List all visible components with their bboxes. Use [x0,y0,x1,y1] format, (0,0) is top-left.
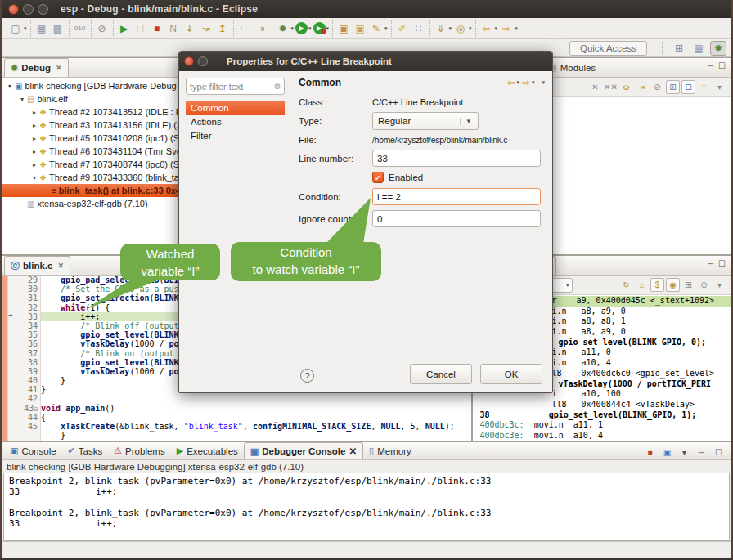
disable-icon[interactable]: ⊘ [650,80,664,94]
edit-group-icon[interactable]: ⛀ [619,80,633,94]
save-all-icon[interactable]: ▩ [51,21,65,36]
search-icon[interactable]: ✎ [369,21,384,36]
close-icon[interactable]: ✕ [57,262,64,270]
type-dropdown[interactable]: Regular ▼ [372,112,479,130]
dialog-close-button[interactable] [184,56,194,66]
ignore-count-input[interactable]: 0 [372,210,541,227]
chevron-down-icon[interactable]: ▾ [326,25,330,32]
new-folder-icon[interactable]: ▣ [336,21,351,36]
chevron-down-icon[interactable]: ▾ [308,25,312,32]
tab-problems[interactable]: ⚠Problems [108,442,170,459]
import-icon[interactable]: ⇥ [635,80,649,94]
new-wizard-icon[interactable]: ▢ [8,21,23,36]
collapsed-icon[interactable]: ▸ [30,148,38,155]
breakpoint-ruler[interactable]: ➜ [8,276,20,441]
step-over-icon[interactable]: ↝ [199,21,214,36]
chevron-down-icon[interactable]: ▾ [516,79,519,86]
skip-all-breakpoints-icon[interactable]: ⊘ [95,21,110,36]
chevron-down-icon[interactable]: ▾ [532,79,535,86]
back-icon[interactable]: ⇦ [506,77,515,88]
window-maximize-button[interactable] [38,4,48,15]
open-element-icon[interactable]: ▣ [353,21,367,36]
fold-collapse-icon[interactable]: ⊟ [34,405,38,413]
close-icon[interactable]: ✕ [56,64,62,72]
forward-icon[interactable]: ⇨ [499,21,514,36]
back-icon[interactable]: ⇦ [479,21,494,36]
tab-blink-c[interactable]: ⓒ blink.c ✕ [4,256,70,275]
condition-input[interactable]: i == 2 [372,188,541,205]
link-icon[interactable]: ⑂ [697,80,711,94]
tab-tasks[interactable]: ✔Tasks [62,442,109,459]
chevron-down-icon[interactable]: ▾ [449,25,452,32]
remove-all-icon[interactable]: ✕✕ [604,80,618,94]
console-dropdown-icon[interactable]: ▾ [677,446,691,459]
show-source-icon[interactable]: $ [650,278,664,292]
view-menu-icon[interactable]: ▾ [713,278,726,292]
minimize-icon[interactable]: ─ [708,259,713,268]
tab-debug[interactable]: ✹ Debug ✕ [4,58,69,77]
step-into-icon[interactable]: ↧ [182,21,197,36]
close-icon[interactable]: ✕ [349,446,357,457]
tab-memory[interactable]: ▯Memory [363,442,417,459]
cancel-button[interactable]: Cancel [410,364,472,384]
forward-icon[interactable]: ⇨ [522,77,530,88]
sync-icon[interactable]: ◉ [666,278,680,292]
dialog-nav-common[interactable]: Common [186,101,285,115]
tab-console[interactable]: ▣Console [4,442,62,459]
window-minimize-button[interactable] [23,4,34,15]
dialog-nav-actions[interactable]: Actions [186,115,285,129]
help-icon[interactable]: ? [300,369,314,383]
remove-icon[interactable]: ✕ [588,80,602,94]
collapsed-icon[interactable]: ▸ [30,135,38,142]
quick-access-button[interactable]: Quick Access [569,41,647,56]
mark-occurrences-icon[interactable]: ✐ [395,21,410,36]
pin-editor-icon[interactable]: ◎ [453,21,468,36]
window-close-button[interactable] [8,4,19,15]
view-menu-icon[interactable]: ▾ [542,79,545,86]
dialog-nav-filter[interactable]: Filter [186,129,285,143]
display-console-icon[interactable]: ▣ [660,446,674,459]
terminate-icon[interactable]: ■ [150,21,164,36]
line-number-input[interactable]: 33 [372,150,541,167]
instruction-stepping-icon[interactable]: i→ [237,21,252,36]
maximize-icon[interactable]: ☐ [712,446,726,459]
refresh-icon[interactable]: ↻ [619,278,633,292]
chevron-down-icon[interactable]: ▾ [24,25,27,32]
save-icon[interactable]: ▦ [34,21,49,36]
use-step-filters-icon[interactable]: ⇥ [254,21,268,36]
expanded-icon[interactable]: ▾ [30,174,38,181]
collapsed-icon[interactable]: ▸ [30,161,38,168]
ok-button[interactable]: OK [480,364,542,384]
external-tools-icon[interactable]: ▶ [313,22,326,34]
suspend-icon[interactable]: ❙❙ [133,21,148,36]
view-menu-icon[interactable]: ▾ [713,80,726,94]
chevron-down-icon[interactable]: ▾ [469,25,472,32]
collapsed-icon[interactable]: ▸ [30,109,38,116]
open-perspective-icon[interactable]: ⊞ [671,41,687,56]
step-return-icon[interactable]: ↥ [215,21,230,36]
binary-icon[interactable]: 010 [73,21,88,36]
pin-icon[interactable]: ⊙ [697,278,711,292]
expand-all-icon[interactable]: ⊞ [666,80,680,94]
home-icon[interactable]: ⌂ [635,278,649,292]
breakpoint-arrow-icon[interactable]: ➜ [8,311,12,320]
enabled-checkbox[interactable]: ✓ [372,172,384,183]
perspective-cpp-icon[interactable]: ▦ [690,41,707,56]
perspective-debug-icon[interactable]: ✹ [710,41,726,56]
expanded-icon[interactable]: ▾ [18,96,26,103]
disconnect-icon[interactable]: N [166,21,181,36]
chevron-down-icon[interactable]: ▾ [495,25,498,32]
expanded-icon[interactable]: ▾ [6,83,14,90]
clear-filter-icon[interactable]: ⊗ [274,82,281,91]
chevron-down-icon[interactable]: ▾ [291,25,295,32]
console-output[interactable]: Breakpoint 2, blink_task (pvParameter=0x… [3,473,730,541]
filter-input[interactable]: type filter text ⊗ [186,78,285,95]
open-new-view-icon[interactable]: ⊞ [681,278,695,292]
run-icon[interactable]: ▶ [295,22,308,34]
trace-icon[interactable]: ∷ [411,21,426,36]
resume-icon[interactable]: ▶ [117,21,132,36]
minimize-icon[interactable]: ─ [708,61,713,70]
minimize-icon[interactable]: ─ [695,446,708,459]
tab-executables[interactable]: ▶Executables [171,442,244,459]
terminate-console-icon[interactable]: ■ [643,446,657,459]
